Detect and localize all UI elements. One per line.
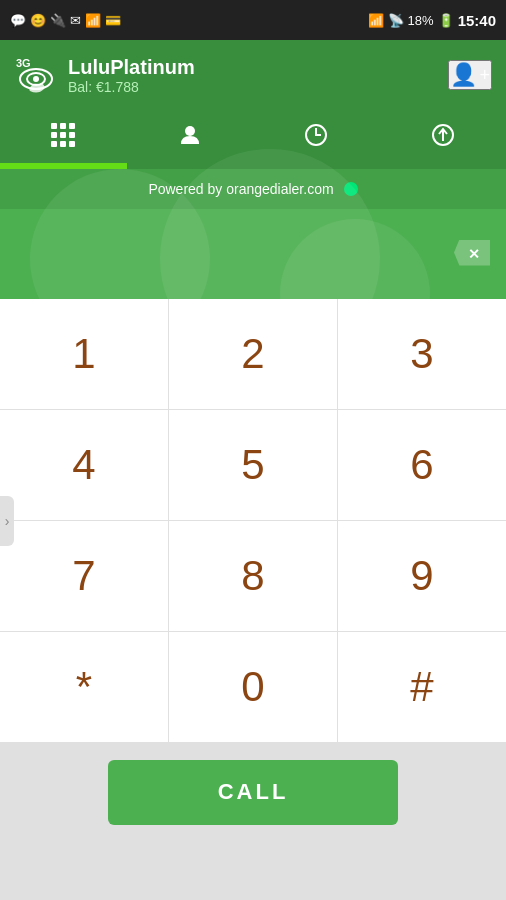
backspace-x-icon: ✕ [468, 246, 480, 262]
app-logo: 3G [14, 53, 58, 97]
add-contact-button[interactable]: 👤 + [448, 60, 492, 90]
call-button[interactable]: CALL [108, 760, 398, 825]
battery-text: 18% [408, 13, 434, 28]
display-area: ✕ [0, 209, 506, 299]
key-star[interactable]: * [0, 632, 169, 742]
svg-rect-10 [51, 141, 57, 147]
svg-rect-11 [60, 141, 66, 147]
usb-icon: 🔌 [50, 13, 66, 28]
svg-rect-6 [69, 123, 75, 129]
contacts-icon [177, 122, 203, 154]
chevron-right-icon: › [5, 513, 10, 529]
svg-point-13 [185, 126, 195, 136]
dial-row-3: 7 8 9 [0, 521, 506, 632]
signal-icon: 📡 [388, 13, 404, 28]
dialpad: 1 2 3 4 5 6 7 8 9 * 0 # [0, 299, 506, 742]
bottom-area: CALL [0, 742, 506, 842]
key-0[interactable]: 0 [169, 632, 338, 742]
sim-icon: 📶 [85, 13, 101, 28]
key-2[interactable]: 2 [169, 299, 338, 409]
mail-icon: ✉ [70, 13, 81, 28]
dialpad-icon [50, 122, 76, 154]
key-7[interactable]: 7 [0, 521, 169, 631]
tab-dialpad[interactable] [0, 110, 127, 166]
svg-rect-7 [51, 132, 57, 138]
svg-rect-12 [69, 141, 75, 147]
status-right-icons: 📶 📡 18% 🔋 15:40 [368, 12, 496, 29]
dial-row-2: 4 5 6 [0, 410, 506, 521]
wallet-icon: 💳 [105, 13, 121, 28]
chat-icon: 😊 [30, 13, 46, 28]
clock: 15:40 [458, 12, 496, 29]
dialpad-section: › 1 2 3 4 5 6 7 8 9 * 0 # [0, 299, 506, 742]
recents-icon [303, 122, 329, 154]
balance-display: Bal: €1.788 [68, 79, 448, 95]
tab-upload[interactable] [380, 110, 507, 166]
svg-rect-8 [60, 132, 66, 138]
upload-icon [430, 122, 456, 154]
key-9[interactable]: 9 [338, 521, 506, 631]
person-icon: 👤 [450, 62, 477, 88]
key-4[interactable]: 4 [0, 410, 169, 520]
side-handle[interactable]: › [0, 496, 14, 546]
status-left-icons: 💬 😊 🔌 ✉ 📶 💳 [10, 13, 121, 28]
key-1[interactable]: 1 [0, 299, 169, 409]
key-3[interactable]: 3 [338, 299, 506, 409]
svg-point-3 [33, 76, 39, 82]
key-hash[interactable]: # [338, 632, 506, 742]
status-bar: 💬 😊 🔌 ✉ 📶 💳 📶 📡 18% 🔋 15:40 [0, 0, 506, 40]
plus-icon: + [479, 65, 490, 86]
dial-row-1: 1 2 3 [0, 299, 506, 410]
wifi-icon: 📶 [368, 13, 384, 28]
app-name: LuluPlatinum [68, 56, 448, 79]
backspace-button[interactable]: ✕ [454, 240, 490, 269]
svg-rect-5 [60, 123, 66, 129]
svg-rect-4 [51, 123, 57, 129]
app-header: 3G LuluPlatinum Bal: €1.788 👤 + [0, 40, 506, 110]
key-8[interactable]: 8 [169, 521, 338, 631]
dial-row-4: * 0 # [0, 632, 506, 742]
key-5[interactable]: 5 [169, 410, 338, 520]
battery-icon: 🔋 [438, 13, 454, 28]
key-6[interactable]: 6 [338, 410, 506, 520]
whatsapp-icon: 💬 [10, 13, 26, 28]
svg-rect-9 [69, 132, 75, 138]
svg-text:3G: 3G [16, 57, 31, 69]
header-text: LuluPlatinum Bal: €1.788 [68, 56, 448, 95]
